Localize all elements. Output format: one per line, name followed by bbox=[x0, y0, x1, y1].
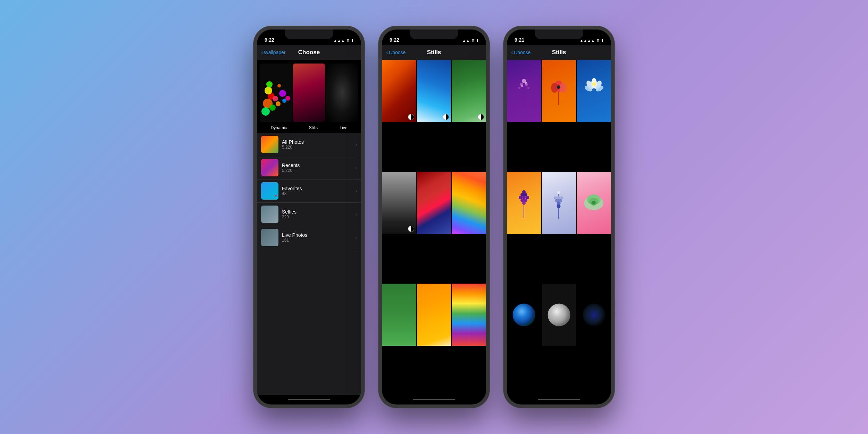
nav-title-3: Stills bbox=[552, 49, 566, 56]
flower-svg-1 bbox=[515, 76, 533, 107]
nav-title-1: Choose bbox=[298, 49, 320, 56]
list-name-recents: Recents bbox=[282, 162, 352, 168]
wallpaper-preview bbox=[257, 60, 361, 124]
list-info-favorites: Favorites 43 bbox=[282, 186, 352, 196]
label-live: Live bbox=[340, 125, 347, 130]
still-8[interactable] bbox=[417, 284, 451, 346]
photo-list: All Photos 5,220 › Recents 5,220 › ♥ bbox=[257, 133, 361, 395]
label-stills: Stills bbox=[309, 125, 318, 130]
list-name-all-photos: All Photos bbox=[282, 139, 352, 145]
svg-point-29 bbox=[522, 201, 526, 205]
heart-icon: ♥ bbox=[275, 193, 277, 198]
time-1: 9:22 bbox=[265, 37, 274, 43]
chevron-left-icon-3: ‹ bbox=[511, 49, 513, 56]
battery-icon-1: ▮ bbox=[351, 38, 353, 43]
yin-yang-4 bbox=[408, 226, 414, 232]
time-2: 9:22 bbox=[390, 37, 399, 43]
home-bar-2 bbox=[413, 399, 455, 400]
phone-2: 9:22 ▲▲ ⇈ ▮ ‹ Choose Stills bbox=[378, 26, 490, 408]
svg-point-11 bbox=[559, 83, 566, 93]
still-5[interactable] bbox=[417, 172, 451, 234]
flower-svg-6 bbox=[583, 189, 605, 217]
still-3[interactable] bbox=[452, 60, 486, 122]
signal-icon-1: ▲▲▲ bbox=[333, 39, 345, 43]
still-7[interactable] bbox=[382, 284, 416, 346]
home-indicator-2 bbox=[382, 395, 486, 404]
list-item-selfies[interactable]: Selfies 229 › bbox=[257, 203, 361, 226]
battery-icon-2: ▮ bbox=[476, 38, 478, 43]
svg-point-4 bbox=[518, 87, 520, 89]
home-bar-1 bbox=[288, 399, 330, 400]
flower-4[interactable] bbox=[507, 172, 541, 234]
list-item-favorites[interactable]: ♥ Favorites 43 › bbox=[257, 180, 361, 203]
chevron-left-icon-2: ‹ bbox=[386, 49, 388, 56]
live-preview[interactable] bbox=[326, 64, 358, 122]
dynamic-preview[interactable] bbox=[260, 64, 292, 122]
list-info-live-photos: Live Photos 161 bbox=[282, 232, 352, 243]
list-count-selfies: 229 bbox=[282, 215, 352, 219]
flower-svg-5 bbox=[551, 187, 567, 219]
stills-preview[interactable] bbox=[293, 64, 325, 122]
flower-svg-2 bbox=[549, 77, 568, 105]
svg-point-19 bbox=[592, 82, 596, 86]
list-info-all-photos: All Photos 5,220 bbox=[282, 139, 352, 150]
back-button-2[interactable]: ‹ Choose bbox=[386, 49, 406, 56]
nav-bar-2: ‹ Choose Stills bbox=[382, 45, 486, 60]
flower-6[interactable] bbox=[577, 172, 611, 234]
still-4[interactable] bbox=[382, 172, 416, 234]
flower-svg-4 bbox=[515, 188, 533, 218]
back-button-3[interactable]: ‹ Choose bbox=[511, 49, 531, 56]
label-dynamic: Dynamic bbox=[271, 125, 287, 130]
list-name-live-photos: Live Photos bbox=[282, 232, 352, 238]
thumb-all-photos bbox=[261, 136, 278, 153]
flower-5[interactable] bbox=[542, 172, 576, 234]
flowers-grid bbox=[507, 60, 611, 395]
time-3: 9:21 bbox=[515, 37, 524, 43]
chevron-selfies: › bbox=[355, 211, 357, 217]
screen-3 bbox=[507, 60, 611, 395]
list-item-live-photos[interactable]: Live Photos 161 › bbox=[257, 226, 361, 249]
list-name-selfies: Selfies bbox=[282, 209, 352, 215]
svg-point-7 bbox=[525, 82, 527, 84]
back-label-2: Choose bbox=[389, 50, 406, 55]
list-count-recents: 5,220 bbox=[282, 168, 352, 173]
back-label-3: Choose bbox=[514, 50, 531, 55]
back-label-1: Wallpaper bbox=[264, 50, 286, 55]
list-info-selfies: Selfies 229 bbox=[282, 209, 352, 219]
thumb-live-photos bbox=[261, 229, 278, 246]
screen-2 bbox=[382, 60, 486, 395]
svg-point-10 bbox=[551, 83, 558, 93]
still-2[interactable] bbox=[417, 60, 451, 122]
list-info-recents: Recents 5,220 bbox=[282, 162, 352, 173]
svg-point-40 bbox=[557, 204, 561, 208]
still-6[interactable] bbox=[452, 172, 486, 234]
notch-3 bbox=[535, 30, 583, 39]
nav-bar-3: ‹ Choose Stills bbox=[507, 45, 611, 60]
chevron-live-photos: › bbox=[355, 235, 357, 240]
list-item-recents[interactable]: Recents 5,220 › bbox=[257, 156, 361, 180]
screen-1: Dynamic Stills Live All Photos 5,220 › R… bbox=[257, 60, 361, 395]
svg-point-31 bbox=[557, 191, 560, 194]
flower-3[interactable] bbox=[577, 60, 611, 122]
wifi-icon-3: ⇈ bbox=[596, 38, 600, 43]
planet-earth[interactable] bbox=[507, 284, 541, 346]
notch-2 bbox=[410, 30, 458, 39]
flower-1[interactable] bbox=[507, 60, 541, 122]
flower-2[interactable] bbox=[542, 60, 576, 122]
still-1[interactable] bbox=[382, 60, 416, 122]
list-item-all-photos[interactable]: All Photos 5,220 › bbox=[257, 133, 361, 156]
svg-point-6 bbox=[521, 85, 523, 87]
svg-point-12 bbox=[557, 85, 560, 89]
planet-moon[interactable] bbox=[542, 284, 576, 346]
planet-dark-earth[interactable] bbox=[577, 284, 611, 346]
yin-yang-3 bbox=[478, 114, 484, 120]
battery-icon-3: ▮ bbox=[601, 38, 603, 43]
signal-icon-3: ▲▲▲▲ bbox=[579, 39, 595, 43]
yin-yang-1 bbox=[408, 114, 414, 120]
chevron-recents: › bbox=[355, 165, 357, 170]
back-button-1[interactable]: ‹ Wallpaper bbox=[261, 49, 286, 56]
home-indicator-1 bbox=[257, 395, 361, 404]
signal-icon-2: ▲▲ bbox=[462, 39, 470, 43]
list-count-all-photos: 5,220 bbox=[282, 145, 352, 150]
still-9[interactable] bbox=[452, 284, 486, 346]
